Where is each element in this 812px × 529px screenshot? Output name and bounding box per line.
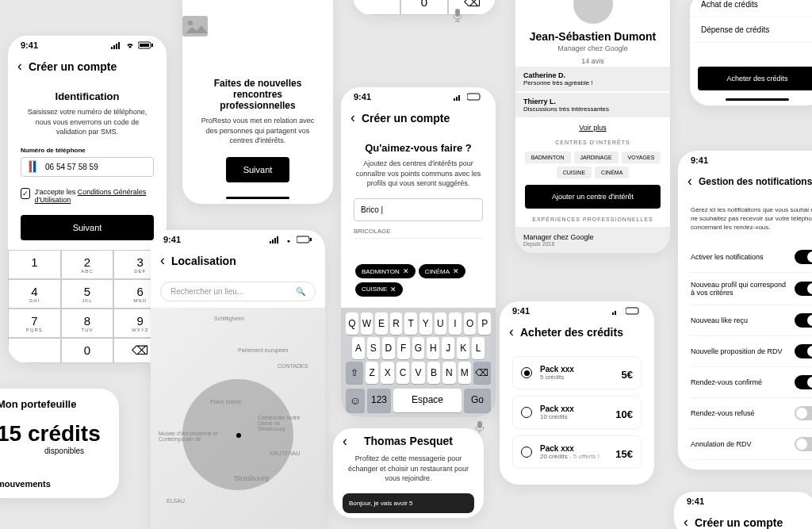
screen-notifications: 9:41 ‹ Gestion des notifications Gérez i…: [678, 151, 812, 470]
key[interactable]: D: [382, 337, 395, 359]
notification-toggle-row: Annulation de RDV: [691, 429, 812, 460]
key[interactable]: S: [367, 337, 380, 359]
screen-credits-menu: Achat de crédits Dépense de crédits Ache…: [690, 0, 812, 105]
map[interactable]: Schiltigheim Parlement européen CONTADES…: [151, 308, 325, 529]
svg-rect-23: [477, 421, 482, 428]
wallet-header: Mon portefeuille: [0, 398, 106, 410]
keypad-key[interactable]: 8TUV: [61, 309, 114, 338]
notification-toggle-row: Rendez-vous confirmé: [691, 367, 812, 398]
key[interactable]: X: [381, 362, 393, 384]
keypad-key[interactable]: 1: [8, 250, 61, 279]
key[interactable]: V: [412, 362, 424, 384]
toggle[interactable]: [795, 250, 812, 264]
next-button[interactable]: Suivant: [226, 157, 289, 182]
key[interactable]: K: [457, 337, 469, 359]
screen-wallet: Mon portefeuille 15 crédits disponibles …: [0, 389, 119, 498]
space-key[interactable]: Espace: [393, 389, 462, 412]
key[interactable]: ⌫: [473, 362, 491, 384]
keypad-key[interactable]: [8, 338, 61, 363]
key[interactable]: P: [478, 312, 491, 335]
next-button[interactable]: Suivant: [21, 215, 154, 240]
mic-icon[interactable]: [475, 420, 485, 433]
menu-item[interactable]: Dépense de crédits: [690, 17, 812, 43]
toggle[interactable]: [795, 375, 812, 389]
buy-credits-button[interactable]: Acheter des crédits: [698, 67, 812, 90]
key[interactable]: W: [361, 312, 373, 335]
key[interactable]: O: [464, 312, 477, 335]
key[interactable]: Y: [419, 312, 432, 335]
svg-rect-16: [456, 97, 458, 101]
key[interactable]: Q: [346, 312, 358, 335]
toggle[interactable]: [795, 313, 812, 328]
key[interactable]: M: [458, 362, 471, 384]
credit-pack[interactable]: Pack xxx10 crédits10€: [512, 396, 642, 429]
key[interactable]: U: [435, 312, 447, 335]
back-icon[interactable]: ‹: [509, 324, 514, 340]
phone-input[interactable]: 06 54 57 58 59: [45, 163, 98, 171]
keyboard: QWERTYUIOPASDFGHJKL⇧ZXCVBNM⌫: [341, 308, 496, 389]
toggle[interactable]: [795, 344, 812, 358]
toggle[interactable]: [795, 406, 812, 420]
toggle[interactable]: [795, 282, 812, 296]
num-key[interactable]: 123: [367, 389, 391, 412]
key[interactable]: E: [375, 312, 388, 335]
mic-icon[interactable]: [452, 8, 463, 22]
key[interactable]: H: [427, 337, 439, 359]
keypad-key[interactable]: 5JKL: [61, 279, 114, 309]
key[interactable]: G: [412, 337, 425, 359]
interest-chip: VOYAGES: [622, 151, 661, 163]
back-icon[interactable]: ‹: [350, 109, 355, 126]
svg-point-8: [188, 21, 193, 25]
key[interactable]: C: [396, 362, 409, 384]
keypad-key[interactable]: 0: [400, 0, 448, 15]
keypad-key[interactable]: 2ABC: [61, 250, 114, 279]
key[interactable]: A: [352, 337, 365, 359]
toggle[interactable]: [795, 437, 812, 451]
svg-rect-21: [626, 308, 638, 314]
emoji-key[interactable]: ☺: [346, 389, 365, 412]
interest-chip: CINÉMA: [595, 167, 629, 178]
go-key[interactable]: Go: [464, 389, 491, 412]
suggestion[interactable]: BRICOLAGE: [354, 224, 483, 239]
interest-chip[interactable]: BADMINTON ✕: [355, 264, 416, 278]
back-icon[interactable]: ‹: [343, 433, 347, 450]
key[interactable]: N: [442, 362, 455, 384]
back-icon[interactable]: ‹: [684, 514, 688, 529]
key[interactable]: J: [442, 337, 454, 359]
key[interactable]: R: [390, 312, 403, 335]
key[interactable]: ⇧: [346, 362, 363, 384]
key[interactable]: L: [472, 337, 485, 359]
remove-icon: ✕: [403, 267, 409, 275]
keypad-key[interactable]: [353, 0, 400, 15]
interest-chip[interactable]: CUISINE ✕: [355, 282, 403, 297]
time: 9:41: [21, 40, 38, 50]
screen-onboarding: Faites de nouvelles rencontres professio…: [182, 0, 333, 204]
key[interactable]: F: [397, 337, 410, 359]
interest-chip: BADMINTON: [525, 151, 571, 163]
onboarding-title: Faites de nouvelles rencontres professio…: [195, 78, 320, 111]
time: 9:41: [354, 92, 371, 102]
back-icon[interactable]: ‹: [688, 173, 692, 190]
keypad-key[interactable]: 7PQRS: [8, 309, 61, 338]
key[interactable]: Z: [366, 362, 378, 384]
credit-pack[interactable]: Pack xxx20 crédits - 5 offerts !15€: [512, 435, 642, 469]
keypad-key[interactable]: 0: [61, 338, 114, 363]
center-dot: [236, 433, 241, 438]
key[interactable]: T: [404, 312, 417, 335]
keypad-key[interactable]: 4GHI: [8, 279, 61, 309]
back-icon[interactable]: ‹: [160, 252, 165, 269]
remove-icon: ✕: [390, 286, 396, 293]
key[interactable]: B: [427, 362, 440, 384]
add-interest-button[interactable]: Ajouter un centre d'intérêt: [525, 185, 661, 209]
key[interactable]: I: [449, 312, 462, 335]
terms-checkbox[interactable]: ✓: [21, 188, 30, 199]
interest-chip[interactable]: CINÉMA ✕: [419, 264, 465, 278]
see-more-link[interactable]: Voir plus: [515, 124, 670, 132]
search-input[interactable]: Rechercher un lieu... 🔍: [160, 282, 316, 301]
back-icon[interactable]: ‹: [17, 58, 22, 75]
interest-input[interactable]: Brico |: [354, 198, 483, 221]
flag-icon[interactable]: [29, 160, 36, 173]
menu-item[interactable]: Achat de crédits: [690, 0, 812, 17]
interest-chip: CUISINE: [557, 167, 592, 178]
credit-pack[interactable]: Pack xxx5 crédits5€: [512, 356, 642, 389]
